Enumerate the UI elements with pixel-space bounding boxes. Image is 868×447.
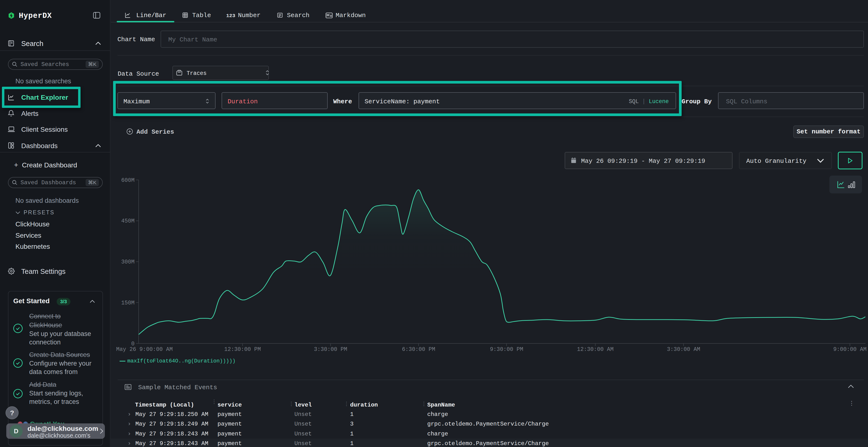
svg-text:12:30:00 PM: 12:30:00 PM — [224, 346, 261, 353]
svg-text:3:30:00 AM: 3:30:00 AM — [667, 346, 700, 353]
svg-text:300M: 300M — [121, 259, 134, 265]
svg-text:12:30:00 AM: 12:30:00 AM — [577, 346, 614, 353]
svg-text:9:00:00 AM: 9:00:00 AM — [833, 346, 867, 353]
svg-text:450M: 450M — [121, 218, 134, 224]
svg-text:6:30:00 PM: 6:30:00 PM — [402, 346, 435, 353]
svg-text:9:30:00 PM: 9:30:00 PM — [490, 346, 523, 353]
svg-text:3:30:00 PM: 3:30:00 PM — [314, 346, 347, 353]
svg-text:May 26 9:00:00 AM: May 26 9:00:00 AM — [116, 346, 173, 353]
svg-text:600M: 600M — [121, 177, 134, 183]
svg-text:150M: 150M — [121, 300, 134, 306]
